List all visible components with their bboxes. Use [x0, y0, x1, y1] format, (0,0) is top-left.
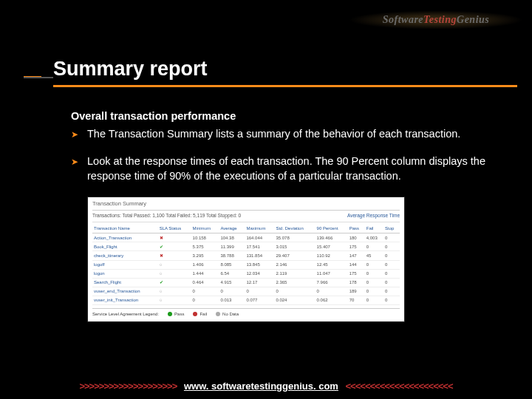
- table-row: logoff○1.4068.08513.8452.14612.4514400: [92, 260, 400, 269]
- title-area: Summary report: [53, 58, 517, 86]
- bullet-text: Look at the response times of each trans…: [87, 154, 511, 183]
- logo-part-testing: Testing: [423, 14, 457, 26]
- decorative-rule: [24, 38, 41, 78]
- sla-fail-icon: ✖: [160, 236, 163, 240]
- title-underline: [53, 85, 517, 87]
- footer-link[interactable]: www. softwaretestinggenius. com: [180, 381, 343, 392]
- table-header: Transaction Name: [92, 224, 158, 233]
- sla-fail-icon: ✖: [160, 253, 163, 258]
- sla-nodata-icon: ○: [160, 298, 163, 302]
- table-row: check_itinerary✖3.29538.788131.85429.407…: [92, 251, 400, 260]
- bullet-arrow-icon: ➤: [71, 127, 87, 142]
- sla-nodata-icon: ○: [160, 289, 163, 293]
- screenshot-title: Transaction Summary: [92, 200, 400, 211]
- table-row: Book_Flight✔5.37511.39917.5413.01515.407…: [92, 242, 400, 251]
- logo-part-genius: Genius: [457, 14, 489, 26]
- page-title: Summary report: [53, 58, 517, 86]
- screenshot-subtitle: Transactions: Total Passed: 1,100 Total …: [92, 213, 400, 222]
- table-row: Action_Transaction✖10.158104.38164.04435…: [92, 233, 400, 242]
- bullet-arrow-icon: ➤: [71, 154, 87, 183]
- footer-arrows-right: <<<<<<<<<<<<<<<<<<<<<<: [346, 381, 453, 392]
- table-header: Std. Deviation: [274, 224, 315, 233]
- transaction-summary-screenshot: Transaction Summary Transactions: Total …: [87, 197, 405, 322]
- table-row: vuser_end_Transaction○0000018900: [92, 287, 400, 296]
- transaction-table: Transaction NameSLA StatusMinimumAverage…: [92, 224, 400, 305]
- table-header: Minimum: [191, 224, 219, 233]
- brand-logo: Software Testing Genius: [340, 9, 532, 31]
- content-area: Overall transaction performance ➤ The Tr…: [71, 109, 511, 322]
- logo-part-software: Software: [383, 14, 423, 26]
- table-header: Average: [219, 224, 245, 233]
- sla-nodata-icon: ○: [160, 271, 163, 276]
- table-header: Stop: [383, 224, 400, 233]
- sla-legend: Service Level Agreement Legend: Pass Fai…: [92, 308, 400, 317]
- section-subhead: Overall transaction performance: [71, 109, 511, 124]
- table-header: Maximum: [245, 224, 274, 233]
- footer: >>>>>>>>>>>>>>>>>>>> www. softwaretestin…: [0, 381, 532, 392]
- table-header: Pass: [348, 224, 365, 233]
- table-header: SLA Status: [158, 224, 191, 233]
- bullet-item: ➤ Look at the response times of each tra…: [71, 154, 511, 183]
- decorative-rule: [24, 77, 53, 78]
- table-header: Fail: [365, 224, 383, 233]
- table-header: 90 Percent: [316, 224, 348, 233]
- sla-pass-icon: ✔: [160, 245, 163, 249]
- sla-nodata-icon: ○: [160, 262, 163, 267]
- bullet-item: ➤ The Transaction Summary lists a summar…: [71, 127, 511, 142]
- table-row: vuser_init_Transaction○00.0130.0770.0240…: [92, 296, 400, 304]
- footer-arrows-left: >>>>>>>>>>>>>>>>>>>>: [79, 381, 177, 392]
- table-row: Search_Flight✔0.4644.91512.172.3657.9661…: [92, 278, 400, 287]
- sla-pass-icon: ✔: [160, 280, 163, 284]
- table-row: logon○1.4446.5412.0342.11911.04717500: [92, 269, 400, 278]
- bullet-text: The Transaction Summary lists a summary …: [87, 127, 511, 142]
